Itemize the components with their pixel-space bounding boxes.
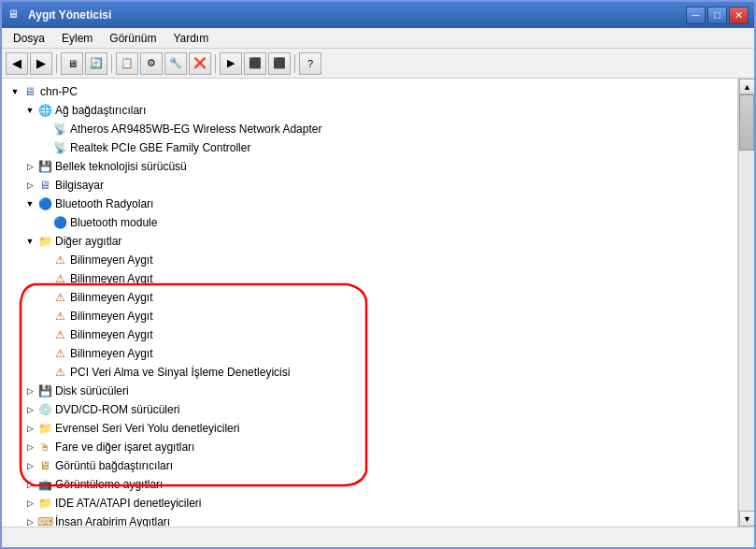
menu-yardim[interactable]: Yardım bbox=[165, 30, 216, 47]
toolbar-btn-7[interactable]: 🔧 bbox=[164, 52, 187, 75]
tree-item-pci[interactable]: ▷ ⚠ PCI Veri Alma ve Sinyal İşleme Denet… bbox=[2, 363, 737, 382]
expander-diger[interactable]: ▼ bbox=[22, 234, 37, 249]
title-bar: 🖥 Aygıt Yöneticisi ─ □ ✕ bbox=[2, 2, 754, 28]
toolbar-btn-5[interactable]: 📋 bbox=[116, 52, 138, 75]
maximize-button[interactable]: □ bbox=[707, 7, 727, 24]
toolbar-sep1 bbox=[56, 54, 57, 73]
label-goruntuaygit: Görüntüleme aygıtları bbox=[55, 478, 163, 491]
icon-bilinmeyen6: ⚠ bbox=[52, 346, 67, 361]
help-button[interactable]: ? bbox=[299, 52, 321, 75]
toolbar-btn-4[interactable]: 🔄 bbox=[85, 52, 107, 75]
icon-bilinmeyen4: ⚠ bbox=[52, 309, 67, 324]
label-bilinmeyen2: Bilinmeyen Aygıt bbox=[70, 272, 153, 285]
icon-goruntuaygit: 📺 bbox=[37, 477, 52, 492]
icon-disk: 💾 bbox=[37, 383, 52, 398]
tree-item-dvd[interactable]: ▷ 💿 DVD/CD-ROM sürücüleri bbox=[2, 400, 737, 419]
tree-item-disk[interactable]: ▷ 💾 Disk sürücüleri bbox=[2, 382, 737, 400]
label-dvd: DVD/CD-ROM sürücüleri bbox=[55, 403, 179, 416]
label-bilinmeyen3: Bilinmeyen Aygıt bbox=[70, 291, 153, 304]
label-disk: Disk sürücüleri bbox=[55, 384, 129, 397]
scroll-up-button[interactable]: ▲ bbox=[739, 79, 754, 94]
expander-dvd[interactable]: ▷ bbox=[22, 402, 37, 417]
tree-item-bilinmeyen4[interactable]: ▷ ⚠ Bilinmeyen Aygıt bbox=[2, 307, 737, 325]
toolbar-btn-8[interactable]: ❌ bbox=[189, 52, 211, 75]
expander-ag[interactable]: ▼ bbox=[22, 103, 37, 118]
expander-insan[interactable]: ▷ bbox=[22, 514, 37, 527]
label-bellek: Bellek teknolojisi sürücüsü bbox=[55, 160, 187, 173]
icon-bilgisayar: 🖥 bbox=[37, 178, 52, 193]
minimize-button[interactable]: ─ bbox=[686, 7, 706, 24]
label-pci: PCI Veri Alma ve Sinyal İşleme Denetleyi… bbox=[70, 366, 290, 379]
icon-atheros: 📡 bbox=[52, 122, 67, 137]
scroll-thumb[interactable] bbox=[739, 94, 754, 151]
window-title: Aygıt Yöneticisi bbox=[28, 8, 111, 22]
tree-item-diger[interactable]: ▼ 📁 Diğer aygıtlar bbox=[2, 232, 737, 251]
tree-item-insan[interactable]: ▷ ⌨ İnsan Arabirim Aygıtları bbox=[2, 513, 737, 527]
tree-item-bilinmeyen5[interactable]: ▷ ⚠ Bilinmeyen Aygıt bbox=[2, 325, 737, 344]
expander-ide[interactable]: ▷ bbox=[22, 496, 37, 511]
close-button[interactable]: ✕ bbox=[729, 7, 749, 24]
label-chn-pc: chn-PC bbox=[40, 85, 78, 98]
tree-item-bilgisayar[interactable]: ▷ 🖥 Bilgisayar bbox=[2, 176, 737, 195]
label-bilinmeyen4: Bilinmeyen Aygıt bbox=[70, 310, 153, 323]
tree-item-bellek[interactable]: ▷ 💾 Bellek teknolojisi sürücüsü bbox=[2, 157, 737, 176]
toolbar-btn-6[interactable]: ⚙ bbox=[140, 52, 163, 75]
label-bilgisayar: Bilgisayar bbox=[55, 179, 104, 192]
icon-bellek: 💾 bbox=[37, 159, 52, 174]
expander-chn-pc[interactable]: ▼ bbox=[7, 84, 22, 99]
tree-item-chn-pc[interactable]: ▼ 🖥 chn-PC bbox=[2, 82, 737, 101]
tree-item-goruntu[interactable]: ▷ 🖥 Görüntü bağdaştırıcıları bbox=[2, 456, 737, 475]
icon-bluetooth-radyolari: 🔵 bbox=[37, 196, 52, 211]
tree-item-evrensel[interactable]: ▷ 📁 Evrensel Seri Veri Yolu denetleyicil… bbox=[2, 419, 737, 438]
expander-disk[interactable]: ▷ bbox=[22, 383, 37, 398]
label-realtek: Realtek PCIe GBE Family Controller bbox=[70, 141, 250, 154]
icon-dvd: 💿 bbox=[37, 402, 52, 417]
expander-fare[interactable]: ▷ bbox=[22, 440, 37, 455]
tree-item-atheros[interactable]: ▷ 📡 Atheros AR9485WB-EG Wireless Network… bbox=[2, 120, 737, 138]
icon-goruntu: 🖥 bbox=[37, 458, 52, 473]
icon-ide: 📁 bbox=[37, 496, 52, 511]
title-controls: ─ □ ✕ bbox=[686, 7, 749, 24]
tree-item-fare[interactable]: ▷ 🖱 Fare ve diğer işaret aygıtları bbox=[2, 438, 737, 456]
menu-gorunum[interactable]: Görünüm bbox=[102, 30, 164, 47]
toolbar-btn-10[interactable]: ⬛ bbox=[244, 52, 266, 75]
label-evrensel: Evrensel Seri Veri Yolu denetleyicileri bbox=[55, 422, 239, 435]
tree-item-bilinmeyen6[interactable]: ▷ ⚠ Bilinmeyen Aygıt bbox=[2, 344, 737, 363]
tree-item-bilinmeyen1[interactable]: ▷ ⚠ Bilinmeyen Aygıt bbox=[2, 251, 737, 269]
tree-item-bilinmeyen2[interactable]: ▷ ⚠ Bilinmeyen Aygıt bbox=[2, 269, 737, 288]
label-bluetooth-module: Bluetooth module bbox=[70, 216, 157, 229]
scroll-track[interactable] bbox=[739, 94, 754, 511]
icon-diger: 📁 bbox=[37, 234, 52, 249]
icon-bluetooth-module: 🔵 bbox=[52, 215, 67, 230]
expander-bluetooth-radyolari[interactable]: ▼ bbox=[22, 196, 37, 211]
toolbar-btn-11[interactable]: ⬛ bbox=[268, 52, 291, 75]
icon-pci: ⚠ bbox=[52, 365, 67, 380]
icon-realtek: 📡 bbox=[52, 140, 67, 155]
scrollbar[interactable]: ▲ ▼ bbox=[738, 79, 754, 527]
tree-item-ag[interactable]: ▼ 🌐 Ağ bağdaştırıcıları bbox=[2, 101, 737, 120]
forward-button[interactable]: ▶ bbox=[30, 52, 52, 75]
label-atheros: Atheros AR9485WB-EG Wireless Network Ada… bbox=[70, 123, 321, 136]
back-button[interactable]: ◀ bbox=[6, 52, 28, 75]
window-icon: 🖥 bbox=[7, 7, 22, 22]
label-goruntu: Görüntü bağdaştırıcıları bbox=[55, 459, 173, 472]
tree-item-bluetooth-module[interactable]: ▷ 🔵 Bluetooth module bbox=[2, 213, 737, 232]
scroll-down-button[interactable]: ▼ bbox=[739, 511, 754, 527]
expander-bellek[interactable]: ▷ bbox=[22, 159, 37, 174]
expander-goruntu[interactable]: ▷ bbox=[22, 458, 37, 473]
toolbar-btn-9[interactable]: ▶ bbox=[220, 52, 242, 75]
tree-item-realtek[interactable]: ▷ 📡 Realtek PCIe GBE Family Controller bbox=[2, 138, 737, 157]
expander-bilgisayar[interactable]: ▷ bbox=[22, 178, 37, 193]
tree-item-ide[interactable]: ▷ 📁 IDE ATA/ATAPI denetleyicileri bbox=[2, 494, 737, 513]
menu-eylem[interactable]: Eylem bbox=[54, 30, 100, 47]
tree-area[interactable]: ▼ 🖥 chn-PC ▼ 🌐 Ağ bağdaştırıcıları ▷ 📡 A… bbox=[2, 79, 738, 527]
tree-item-goruntuaygit[interactable]: ▷ 📺 Görüntüleme aygıtları bbox=[2, 475, 737, 494]
expander-evrensel[interactable]: ▷ bbox=[22, 421, 37, 436]
expander-goruntuaygit[interactable]: ▷ bbox=[22, 477, 37, 492]
tree-item-bluetooth-radyolari[interactable]: ▼ 🔵 Bluetooth Radyoları bbox=[2, 195, 737, 213]
toolbar-sep4 bbox=[294, 54, 295, 73]
tree-item-bilinmeyen3[interactable]: ▷ ⚠ Bilinmeyen Aygıt bbox=[2, 288, 737, 307]
menu-dosya[interactable]: Dosya bbox=[6, 30, 52, 47]
toolbar-btn-3[interactable]: 🖥 bbox=[61, 52, 83, 75]
icon-bilinmeyen3: ⚠ bbox=[52, 290, 67, 305]
